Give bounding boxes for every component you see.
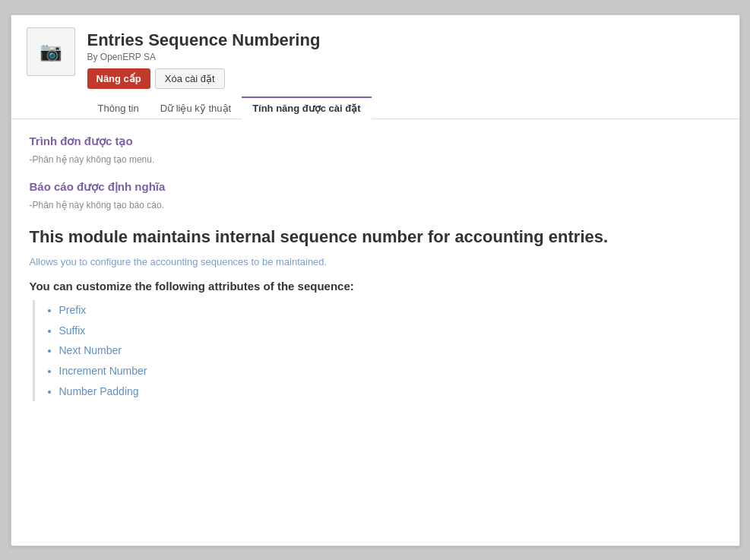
list-item: Prefix (59, 300, 721, 321)
tab-thong-tin[interactable]: Thông tin (87, 96, 150, 119)
attributes-list: Prefix Suffix Next Number Increment Numb… (44, 300, 721, 401)
list-item: Number Padding (59, 381, 721, 402)
tab-du-lieu[interactable]: Dữ liệu kỹ thuật (150, 96, 242, 119)
header-buttons: Nâng cấp Xóa cài đặt (87, 68, 724, 89)
header-section: 📷 Entries Sequence Numbering By OpenERP … (11, 15, 739, 119)
attributes-heading: You can customize the following attribut… (30, 280, 721, 293)
content-section: Trình đơn được tạo -Phân hệ này không tạ… (11, 119, 739, 417)
reports-note: -Phân hệ này không tạo báo cáo. (30, 200, 721, 210)
app-title: Entries Sequence Numbering (87, 30, 724, 50)
app-author: By OpenERP SA (87, 52, 724, 62)
module-description: This module maintains internal sequence … (30, 226, 721, 249)
module-subtitle: Allows you to configure the accounting s… (30, 256, 721, 267)
tab-tinh-nang[interactable]: Tính năng được cài đặt (242, 96, 371, 119)
header-info: Entries Sequence Numbering By OpenERP SA… (87, 27, 724, 119)
tabs-bar: Thông tin Dữ liệu kỹ thuật Tính năng đượ… (87, 96, 724, 119)
list-item: Suffix (59, 321, 721, 341)
list-item: Next Number (59, 340, 721, 361)
camera-icon: 📷 (40, 41, 62, 62)
menus-section: Trình đơn được tạo -Phân hệ này không tạ… (30, 134, 721, 165)
main-window: 📷 Entries Sequence Numbering By OpenERP … (11, 14, 740, 546)
menus-heading: Trình đơn được tạo (30, 134, 721, 148)
app-icon: 📷 (27, 27, 75, 76)
attributes-box: Prefix Suffix Next Number Increment Numb… (33, 300, 721, 401)
uninstall-button[interactable]: Xóa cài đặt (155, 68, 225, 89)
list-item: Increment Number (59, 361, 721, 381)
upgrade-button[interactable]: Nâng cấp (87, 68, 150, 89)
reports-heading: Báo cáo được định nghĩa (30, 180, 721, 194)
reports-section: Báo cáo được định nghĩa -Phân hệ này khô… (30, 180, 721, 210)
menus-note: -Phân hệ này không tạo menu. (30, 154, 721, 165)
